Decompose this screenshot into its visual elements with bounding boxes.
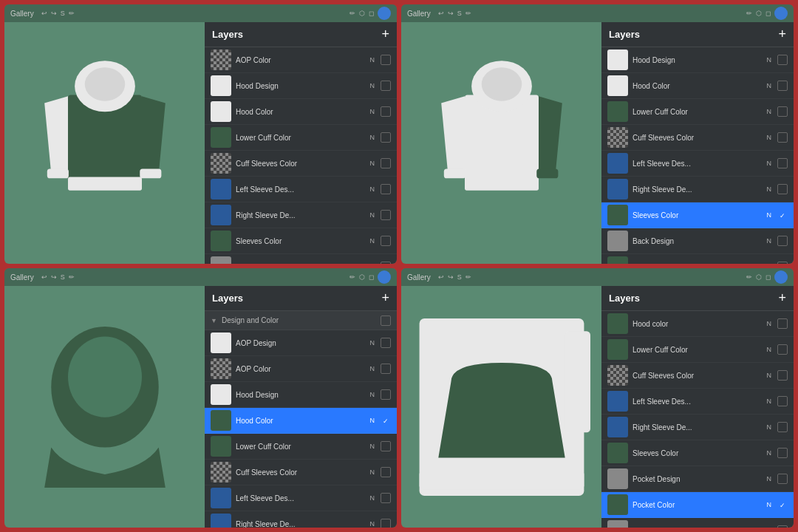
add-layer-btn[interactable]: + bbox=[778, 27, 786, 42]
layer-group-design-color[interactable]: ▼ Design and Color bbox=[205, 311, 397, 330]
gallery-label[interactable]: Gallery bbox=[10, 10, 34, 18]
layer-back-design[interactable]: Back Design N bbox=[601, 228, 794, 254]
smear-icon[interactable]: ⬡ bbox=[756, 273, 762, 281]
color-btn[interactable] bbox=[378, 7, 391, 20]
draw-icon[interactable]: ✏ bbox=[69, 10, 75, 17]
layer-visibility[interactable] bbox=[777, 158, 788, 168]
layer-lower-cuff[interactable]: Lower Cuff Color N bbox=[601, 337, 794, 363]
layer-aop-color[interactable]: AOP Color N bbox=[205, 356, 397, 382]
layer-left-sleeve[interactable]: Left Sleeve Des... N bbox=[601, 151, 794, 177]
erase-icon[interactable]: ◻ bbox=[369, 273, 374, 281]
layer-right-sleeve[interactable]: Right Sleeve De... N bbox=[205, 202, 397, 228]
layer-hood-color[interactable]: Hood color N bbox=[601, 311, 794, 337]
layer-lower-cuff[interactable]: Lower Cuff Color N bbox=[205, 434, 397, 460]
layer-pocket-design[interactable]: Pocket Design N bbox=[601, 466, 794, 492]
group-visibility[interactable] bbox=[381, 316, 391, 326]
layer-visibility[interactable] bbox=[381, 184, 391, 194]
layer-visibility[interactable] bbox=[777, 262, 788, 264]
settings-icon[interactable]: S bbox=[61, 10, 65, 17]
redo-icon[interactable]: ↪ bbox=[448, 273, 454, 281]
color-btn[interactable] bbox=[774, 270, 788, 284]
layer-cuff-sleeves[interactable]: Cuff Sleeves Color N bbox=[601, 125, 794, 151]
undo-icon[interactable]: ↩ bbox=[438, 273, 444, 281]
smear-icon[interactable]: ⬡ bbox=[359, 10, 365, 17]
layer-visibility[interactable] bbox=[777, 370, 788, 381]
redo-icon[interactable]: ↪ bbox=[51, 273, 57, 281]
color-btn[interactable] bbox=[378, 270, 391, 284]
undo-icon[interactable]: ↩ bbox=[41, 273, 47, 281]
gallery-label[interactable]: Gallery bbox=[407, 10, 431, 18]
layer-cuff-sleeves[interactable]: Cuff Sleeves Color N bbox=[205, 151, 397, 177]
layer-hood-color[interactable]: Hood Color N bbox=[601, 73, 794, 99]
layer-visibility[interactable] bbox=[381, 106, 391, 117]
layer-visibility[interactable] bbox=[777, 236, 788, 246]
color-btn[interactable] bbox=[774, 7, 788, 20]
erase-icon[interactable]: ◻ bbox=[765, 273, 771, 281]
layer-hood-color-active[interactable]: Hood Color N bbox=[205, 408, 397, 434]
pen-icon[interactable]: ✏ bbox=[349, 273, 355, 281]
smear-icon[interactable]: ⬡ bbox=[359, 273, 365, 281]
layer-visibility[interactable] bbox=[381, 338, 391, 348]
undo-icon[interactable]: ↩ bbox=[438, 10, 444, 17]
layer-visibility[interactable] bbox=[777, 55, 788, 65]
layer-visibility[interactable] bbox=[381, 210, 391, 220]
layer-visibility[interactable] bbox=[381, 415, 391, 426]
layer-visibility[interactable] bbox=[777, 525, 788, 528]
layer-visibility[interactable] bbox=[381, 158, 391, 168]
layer-visibility[interactable] bbox=[381, 262, 391, 264]
layer-cuff-sleeves[interactable]: Cuff Sleeves Color N bbox=[601, 363, 794, 389]
erase-icon[interactable]: ◻ bbox=[369, 10, 374, 17]
add-layer-btn[interactable]: + bbox=[778, 290, 786, 306]
layer-visibility[interactable] bbox=[381, 236, 391, 246]
gallery-label[interactable]: Gallery bbox=[10, 273, 34, 282]
undo-icon[interactable]: ↩ bbox=[41, 10, 47, 17]
gallery-label[interactable]: Gallery bbox=[407, 273, 431, 282]
layer-visibility[interactable] bbox=[777, 81, 788, 91]
layer-visibility[interactable] bbox=[777, 448, 788, 458]
layer-torso-design[interactable]: Torso Design N bbox=[601, 518, 794, 528]
layer-sleeves-color[interactable]: Sleeves Color N bbox=[205, 228, 397, 254]
layer-visibility[interactable] bbox=[777, 499, 788, 510]
settings-icon[interactable]: S bbox=[61, 273, 65, 281]
settings-icon[interactable]: S bbox=[457, 273, 462, 281]
redo-icon[interactable]: ↪ bbox=[448, 10, 454, 17]
pen-icon[interactable]: ✏ bbox=[746, 273, 752, 281]
layer-lower-cuff[interactable]: Lower Cuff Color N bbox=[205, 125, 397, 151]
draw-icon[interactable]: ✏ bbox=[466, 273, 471, 281]
layer-visibility[interactable] bbox=[777, 344, 788, 355]
layer-back-color[interactable]: Back Color N bbox=[601, 254, 794, 264]
layer-visibility[interactable] bbox=[381, 519, 391, 528]
layer-pocket-color-active[interactable]: Pocket Color N bbox=[601, 492, 794, 518]
layer-visibility[interactable] bbox=[777, 210, 788, 220]
layer-visibility[interactable] bbox=[777, 132, 788, 143]
layer-sleeves-color[interactable]: Sleeves Color N bbox=[601, 440, 794, 466]
layer-visibility[interactable] bbox=[381, 55, 391, 65]
layer-aop-color[interactable]: AOP Color N bbox=[205, 47, 397, 73]
draw-icon[interactable]: ✏ bbox=[466, 10, 471, 17]
add-layer-btn[interactable]: + bbox=[381, 290, 389, 306]
layer-back-design[interactable]: Back Design N bbox=[205, 254, 397, 264]
layer-right-sleeve[interactable]: Right Sleeve De... N bbox=[205, 511, 397, 528]
layer-hood-design[interactable]: Hood Design N bbox=[601, 47, 794, 73]
layer-visibility[interactable] bbox=[777, 184, 788, 194]
layer-aop-design[interactable]: AOP Design N bbox=[205, 330, 397, 356]
layer-sleeves-color-active[interactable]: Sleeves Color N bbox=[601, 202, 794, 228]
layer-visibility[interactable] bbox=[381, 132, 391, 143]
layer-visibility[interactable] bbox=[777, 474, 788, 484]
layer-cuff-sleeves[interactable]: Cuff Sleeves Color N bbox=[205, 460, 397, 485]
settings-icon[interactable]: S bbox=[457, 10, 462, 17]
layer-left-sleeve[interactable]: Left Sleeve Des... N bbox=[205, 177, 397, 202]
layer-visibility[interactable] bbox=[777, 318, 788, 329]
layer-hood-design[interactable]: Hood Design N bbox=[205, 73, 397, 99]
layer-visibility[interactable] bbox=[777, 422, 788, 432]
layer-visibility[interactable] bbox=[777, 396, 788, 406]
add-layer-btn[interactable]: + bbox=[381, 27, 389, 42]
layer-visibility[interactable] bbox=[381, 441, 391, 451]
layer-lower-cuff[interactable]: Lower Cuff Color N bbox=[601, 99, 794, 125]
layer-visibility[interactable] bbox=[381, 389, 391, 400]
redo-icon[interactable]: ↪ bbox=[51, 10, 57, 17]
layer-visibility[interactable] bbox=[381, 493, 391, 503]
pen-icon[interactable]: ✏ bbox=[746, 10, 752, 17]
layer-visibility[interactable] bbox=[381, 81, 391, 91]
layer-right-sleeve[interactable]: Right Sleeve De... N bbox=[601, 415, 794, 440]
